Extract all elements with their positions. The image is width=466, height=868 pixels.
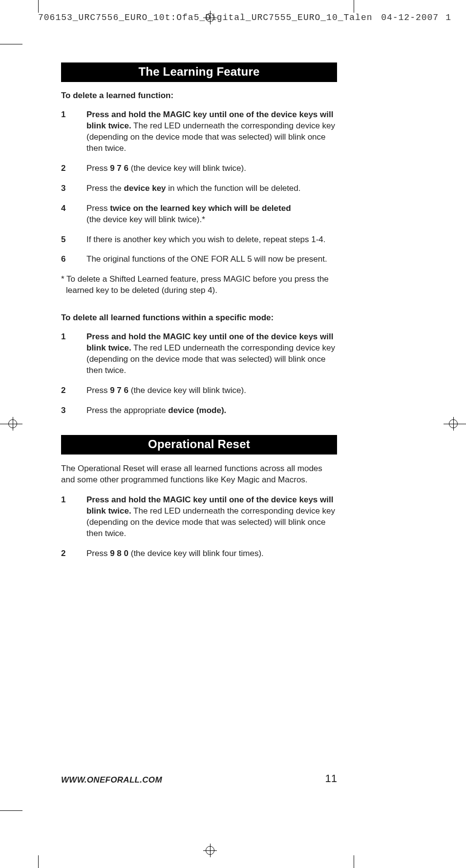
list-item: 4 Press twice on the learned key which w… — [61, 203, 337, 226]
step-body: Press the device key in which the functi… — [86, 183, 337, 194]
step-body: Press 9 8 0 (the device key will blink f… — [86, 548, 337, 559]
registration-mark-icon — [6, 417, 20, 431]
crop-mark — [354, 855, 354, 868]
list-item: 1 Press and hold the MAGIC key until one… — [61, 495, 337, 539]
section-title-learning: The Learning Feature — [61, 62, 337, 82]
step-body: Press 9 7 6 (the device key will blink t… — [86, 163, 337, 174]
print-sheet: 1 — [445, 13, 451, 22]
steps-reset: 1 Press and hold the MAGIC key until one… — [61, 495, 337, 559]
step-number: 2 — [61, 163, 86, 174]
step-number: 1 — [61, 331, 86, 376]
crop-mark — [38, 855, 39, 868]
section-intro: The Operational Reset will erase all lea… — [61, 463, 337, 486]
steps-delete-function: 1 Press and hold the MAGIC key until one… — [61, 109, 337, 265]
crop-mark — [0, 44, 22, 44]
step-body: If there is another key which you wish t… — [86, 234, 337, 246]
print-header: 706153_URC7556_EURO_10t:Ofa5_Digital_URC… — [38, 13, 451, 22]
step-number: 2 — [61, 385, 86, 396]
step-body: The original functions of the ONE FOR AL… — [86, 254, 337, 265]
footnote: * To delete a Shifted Learned feature, p… — [61, 274, 337, 296]
list-item: 1 Press and hold the MAGIC key until one… — [61, 331, 337, 376]
list-item: 5 If there is another key which you wish… — [61, 234, 337, 246]
list-item: 6 The original functions of the ONE FOR … — [61, 254, 337, 265]
step-body: Press 9 7 6 (the device key will blink t… — [86, 385, 337, 396]
step-number: 1 — [61, 495, 86, 539]
page-number: 11 — [325, 772, 337, 785]
list-item: 3 Press the appropriate device (mode). — [61, 405, 337, 416]
step-body: Press twice on the learned key which wil… — [86, 203, 337, 226]
steps-delete-all: 1 Press and hold the MAGIC key until one… — [61, 331, 337, 416]
step-body: Press and hold the MAGIC key until one o… — [86, 109, 337, 154]
step-number: 1 — [61, 109, 86, 154]
section-title-reset: Operational Reset — [61, 435, 337, 455]
step-number: 6 — [61, 254, 86, 265]
subheading-delete-all: To delete all learned functions within a… — [61, 313, 337, 323]
step-number: 3 — [61, 183, 86, 194]
registration-mark-icon — [203, 844, 217, 857]
list-item: 2 Press 9 7 6 (the device key will blink… — [61, 163, 337, 174]
step-number: 4 — [61, 203, 86, 226]
list-item: 2 Press 9 7 6 (the device key will blink… — [61, 385, 337, 396]
step-number: 5 — [61, 234, 86, 246]
page-content: The Learning Feature To delete a learned… — [61, 62, 337, 568]
crop-mark — [354, 0, 354, 13]
step-body: Press and hold the MAGIC key until one o… — [86, 495, 337, 539]
list-item: 2 Press 9 8 0 (the device key will blink… — [61, 548, 337, 559]
page-footer: WWW.ONEFORALL.COM 11 — [61, 772, 337, 785]
footer-url: WWW.ONEFORALL.COM — [61, 775, 162, 785]
subheading-delete-function: To delete a learned function: — [61, 91, 337, 101]
print-filename: 706153_URC7556_EURO_10t:Ofa5_Digital_URC… — [38, 13, 373, 22]
registration-mark-icon — [446, 417, 460, 431]
step-body: Press the appropriate device (mode). — [86, 405, 337, 416]
crop-mark — [0, 810, 22, 811]
step-body: Press and hold the MAGIC key until one o… — [86, 331, 337, 376]
list-item: 3 Press the device key in which the func… — [61, 183, 337, 194]
step-number: 2 — [61, 548, 86, 559]
print-date: 04-12-2007 — [381, 13, 439, 22]
list-item: 1 Press and hold the MAGIC key until one… — [61, 109, 337, 154]
crop-mark — [38, 0, 39, 13]
step-number: 3 — [61, 405, 86, 416]
